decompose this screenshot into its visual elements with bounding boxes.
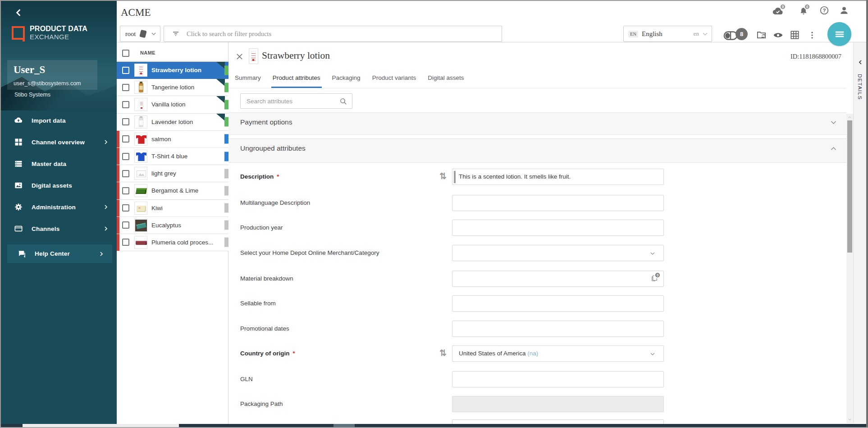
close-icon[interactable]	[236, 53, 243, 60]
row-checkbox[interactable]	[122, 118, 129, 125]
section-label: Ungrouped attributes	[240, 144, 306, 152]
attribute-label: Packaging Path	[240, 400, 283, 407]
sidebar-nav-label: Channels	[32, 226, 59, 232]
category-selector[interactable]: root	[120, 26, 160, 42]
product-search-input[interactable]: Click to search or filter products	[164, 26, 502, 42]
attribute-input[interactable]	[452, 321, 664, 337]
section-payment-options[interactable]: Payment options	[228, 112, 846, 135]
scroll-down-arrow[interactable]	[848, 418, 852, 421]
detail-tab[interactable]: Digital assets	[428, 70, 464, 88]
attribute-input[interactable]	[452, 419, 664, 424]
copy-icon[interactable]: 0	[651, 274, 658, 282]
textarea-handle	[454, 171, 456, 183]
row-flag-bar	[117, 148, 119, 165]
filter-icon	[172, 30, 180, 38]
sidebar-nav-item[interactable]: Channels	[1, 218, 117, 239]
chevron-up-icon	[830, 145, 837, 152]
row-checkbox[interactable]	[122, 239, 129, 246]
detail-tab[interactable]: Packaging	[332, 70, 361, 88]
row-checkbox[interactable]	[122, 170, 129, 177]
sidebar-nav-item[interactable]: Digital assets	[1, 175, 117, 196]
product-name: Kiwi	[151, 205, 163, 212]
product-thumbnail	[134, 98, 147, 111]
section-label: Payment options	[240, 118, 292, 126]
required-asterisk: *	[292, 350, 295, 357]
product-name: Tangerine lotion	[151, 84, 194, 91]
sidebar-nav-item[interactable]: Import data	[1, 110, 117, 131]
product-detail-panel: Strawberry lotion ID:1181868800007 Summa…	[228, 42, 846, 424]
main-menu-fab[interactable]	[827, 22, 851, 46]
product-list-row[interactable]: Strawberry lotion	[117, 62, 228, 79]
selection-count-badge[interactable]: 8	[736, 28, 748, 40]
attribute-search-placeholder: Search attributes	[247, 98, 292, 105]
product-search-placeholder: Click to search or filter products	[187, 30, 271, 38]
attribute-input[interactable]	[452, 371, 664, 387]
sync-values-icon[interactable]: ⇅	[439, 348, 447, 358]
section-ungrouped-attributes[interactable]: Ungrouped attributes	[228, 138, 846, 163]
sidebar-nav-item[interactable]: Channel overview	[1, 131, 117, 153]
product-list-row[interactable]: Plumeria cold proces...	[117, 234, 228, 251]
row-checkbox[interactable]	[122, 221, 129, 229]
product-list-row[interactable]: Lavender lotion	[117, 114, 228, 131]
row-checkbox[interactable]	[122, 204, 129, 212]
details-rail[interactable]: DETAILS	[853, 42, 866, 423]
detail-tab[interactable]: Summary	[235, 70, 261, 88]
attribute-field-row: Select your Home Depot Online Merchant/C…	[228, 245, 846, 261]
horizontal-scrollbar[interactable]	[1, 424, 866, 427]
product-list-row[interactable]: Vanilla lotion	[117, 96, 228, 113]
attribute-input[interactable]	[452, 295, 664, 312]
row-checkbox[interactable]	[122, 135, 129, 143]
horizontal-scrollbar-thumb[interactable]	[23, 424, 179, 427]
product-list-row[interactable]: Tangerine lotion	[117, 79, 228, 96]
attribute-input[interactable]	[452, 396, 664, 412]
product-list-row[interactable]: T-Shirt 4 blue	[117, 148, 228, 165]
attribute-input[interactable]	[452, 220, 664, 236]
attribute-input[interactable]: 0	[452, 271, 664, 287]
photo-icon	[14, 181, 23, 190]
attribute-search-input[interactable]: Search attributes	[240, 93, 352, 109]
detail-tab[interactable]: Product attributes	[273, 70, 320, 88]
scrollbar-thumb[interactable]	[847, 120, 852, 253]
product-name: light grey	[151, 170, 176, 177]
name-column-header: NAME	[140, 50, 155, 55]
scroll-up-arrow[interactable]	[848, 115, 852, 119]
attribute-input[interactable]: United States of America (na)	[452, 345, 664, 362]
row-checkbox[interactable]	[122, 187, 129, 194]
row-flag-bar	[117, 182, 119, 199]
details-rail-label: DETAILS	[857, 74, 863, 100]
attribute-input[interactable]	[452, 245, 664, 261]
product-list-row[interactable]: light grey	[117, 165, 228, 182]
detail-horizontal-scrollbar-thumb[interactable]	[333, 424, 355, 427]
tasks-icon[interactable]: 0	[772, 5, 784, 17]
row-checkbox[interactable]	[122, 153, 129, 160]
user-organization: Stibo Systems	[14, 92, 50, 98]
row-checkbox[interactable]	[122, 101, 129, 108]
sidebar-nav-item[interactable]: Master data	[1, 153, 117, 175]
row-flag-bar	[117, 165, 119, 182]
row-checkbox[interactable]	[122, 84, 129, 91]
detail-vertical-scrollbar[interactable]	[846, 114, 853, 423]
attribute-input[interactable]: This is a scented lotion. It smells like…	[452, 169, 664, 185]
sidebar-nav-label: Administration	[32, 204, 76, 211]
folder-sync-icon[interactable]	[756, 30, 767, 40]
product-list-row[interactable]: Eucalyptus	[117, 217, 228, 234]
language-name: English	[642, 30, 662, 38]
more-options-kebab-icon[interactable]	[808, 30, 817, 41]
sidebar-collapse-icon[interactable]	[14, 8, 23, 17]
sidebar-nav-item[interactable]: Administration	[1, 196, 117, 218]
table-view-icon[interactable]	[790, 30, 800, 40]
sync-values-icon[interactable]: ⇅	[439, 171, 447, 181]
product-list-row[interactable]: Kiwi	[117, 200, 228, 217]
user-profile-icon[interactable]	[839, 5, 849, 15]
help-icon[interactable]	[819, 5, 829, 15]
select-all-checkbox[interactable]	[122, 50, 129, 57]
notifications-bell-icon[interactable]: 0	[799, 5, 809, 17]
sidebar-nav-item[interactable]: Help Center	[7, 244, 112, 263]
preview-eye-icon[interactable]	[772, 30, 784, 41]
product-list-row[interactable]: salmon	[117, 131, 228, 148]
detail-tab[interactable]: Product variants	[372, 70, 416, 88]
attribute-input[interactable]	[452, 195, 664, 211]
language-selector[interactable]: EN English en	[623, 26, 712, 42]
row-checkbox[interactable]	[122, 67, 129, 74]
product-list-row[interactable]: Bergamot & Lime	[117, 182, 228, 199]
